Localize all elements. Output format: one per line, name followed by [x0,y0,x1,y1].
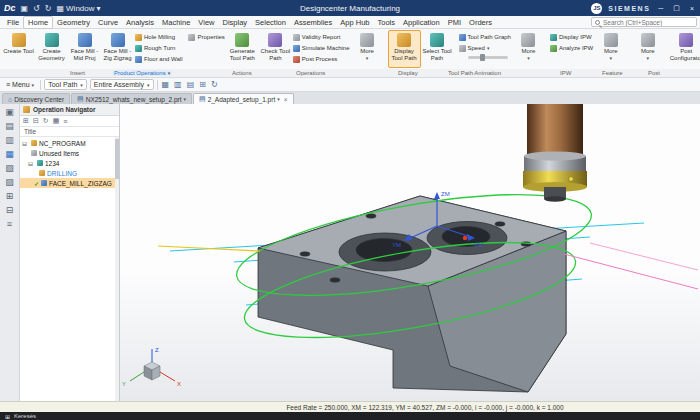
navigator-scrollbar[interactable] [115,137,119,401]
tab-whats-new-setup[interactable]: ▤ NX2512_whats_new_setup_2.prt ▾ [71,93,192,104]
maximize-button[interactable]: ▢ [671,4,682,12]
menu-view[interactable]: View [194,17,218,28]
close-tab-icon[interactable]: × [284,96,288,103]
menu-home[interactable]: Home [23,16,53,29]
simulate-machine-button[interactable]: Simulate Machine [293,43,350,53]
tool-path-graph-button[interactable]: Tool Path Graph [459,32,511,42]
history-icon[interactable]: ⊟ [6,205,14,215]
navigator-column-header[interactable]: Title [20,127,119,137]
selection-filter-icon[interactable]: ▦ [161,80,171,89]
filter-icon[interactable]: ▦ [53,117,60,125]
speed-control[interactable]: Speed ▾ [459,43,511,53]
expand-selection-icon[interactable]: ⊞ [198,80,207,89]
menu-curve[interactable]: Curve [94,17,122,28]
collapse-icon[interactable]: ⊟ [22,140,29,147]
tree-row-face-mill-zigzag[interactable]: ✓ FACE_MILL_ZIGZAG [20,178,119,188]
part-navigator-icon[interactable]: ▥ [5,135,14,145]
group-label-ipw[interactable]: IPW [560,70,571,76]
wireframe-icon[interactable]: ▤ [186,80,196,89]
select-tool-path-button[interactable]: Select Tool Path [421,30,454,68]
create-tool-button[interactable]: Create Tool [2,30,35,68]
face-mill-zigzag-button[interactable]: Face Mill -Zig Zigzag [101,30,134,68]
generate-tool-path-button[interactable]: Generate Tool Path [226,30,259,68]
refresh-icon[interactable]: ↻ [43,117,49,125]
feature-more-button[interactable]: More ▾ [631,30,664,68]
roles-icon[interactable]: ≡ [7,219,12,229]
graphics-window[interactable]: ZM XM YM [120,104,700,401]
menu-application[interactable]: Application [399,17,444,28]
tab-discovery-center[interactable]: ⌂ Discovery Center [2,93,70,104]
menu-tools[interactable]: Tools [373,17,399,28]
redo-icon[interactable]: ↻ [45,4,52,13]
taskbar-search[interactable]: Keresés [14,413,36,419]
tree-row-1234[interactable]: ⊟ 1234 [20,158,119,168]
menu-app-hub[interactable]: App Hub [336,17,373,28]
menu-file[interactable]: File [3,17,23,28]
rough-turn-button[interactable]: Rough Turn [135,43,182,53]
save-icon[interactable]: ▣ [21,4,29,13]
hole-milling-button[interactable]: Hole Milling [135,32,182,42]
menu-display[interactable]: Display [218,17,251,28]
group-label-operations[interactable]: Operations [296,70,325,76]
check-tool-path-button[interactable]: Check Tool Path [259,30,292,68]
refresh-icon[interactable]: ↻ [210,80,219,89]
3d-scene[interactable]: ZM XM YM [120,104,700,401]
group-label-feature[interactable]: Feature [602,70,623,76]
properties-button[interactable]: Properties [188,32,224,42]
group-label-insert[interactable]: Insert [70,70,85,76]
validity-report-button[interactable]: Validity Report [293,32,350,42]
constraint-navigator-icon[interactable]: ▤ [5,121,14,131]
expand-all-icon[interactable]: ⊞ [23,117,29,125]
post-configurator-button[interactable]: Post Configurator [668,30,700,68]
start-icon[interactable]: ⊞ [5,413,10,420]
collapse-all-icon[interactable]: ⊟ [33,117,39,125]
minimize-button[interactable]: ─ [656,5,665,12]
settings-icon[interactable]: ≡ [63,118,67,125]
group-label-display[interactable]: Display [398,70,418,76]
machine-tool-navigator-icon[interactable]: ▧ [5,163,14,173]
reuse-library-icon[interactable]: ▨ [5,177,14,187]
navigator-header[interactable]: Operation Navigator [20,104,119,116]
menu-assemblies[interactable]: Assemblies [290,17,336,28]
face-mill-mid-proj-button[interactable]: Face Mill -Mid Proj [68,30,101,68]
floor-and-wall-button[interactable]: Floor and Wall [135,54,182,64]
tree-row-drilling[interactable]: DRILLING [20,168,119,178]
menu-dropdown[interactable]: ≡ Menu ▾ [3,80,37,89]
menu-analysis[interactable]: Analysis [122,17,158,28]
snap-point-icon[interactable]: ▥ [173,80,183,89]
analyze-ipw-button[interactable]: Analyze IPW [550,43,593,53]
close-button[interactable]: × [688,5,696,12]
assembly-navigator-icon[interactable]: ▣ [5,107,14,117]
tree-row-unused-items[interactable]: Unused Items [20,148,119,158]
animation-more-button[interactable]: More ▾ [512,30,545,68]
post-process-button[interactable]: Post Process [293,54,350,64]
operation-navigator-icon[interactable]: ▦ [5,149,14,159]
ipw-more-button[interactable]: More ▾ [594,30,627,68]
menu-selection[interactable]: Selection [251,17,290,28]
search-input[interactable] [603,19,693,26]
menu-geometry[interactable]: Geometry [53,17,94,28]
menu-pmi[interactable]: PMI [444,17,465,28]
workpiece[interactable] [258,196,566,392]
speed-slider-thumb[interactable] [480,54,485,61]
tab-adapted-setup[interactable]: ▤ 2_Adapted_setup_1.prt ▾ × [193,93,294,104]
hd3d-tools-icon[interactable]: ⊞ [6,191,14,201]
product-operations-dropdown[interactable]: Product Operations ▾ [112,70,172,76]
menu-machine[interactable]: Machine [158,17,194,28]
command-search[interactable] [591,17,697,27]
display-tool-path-button[interactable]: Display Tool Path [388,30,421,68]
display-ipw-button[interactable]: Display IPW [550,32,593,42]
group-label-tool-path-animation[interactable]: Tool Path Animation [448,70,501,76]
view-triad[interactable]: Z X Y [122,347,181,387]
selection-scope-dropdown[interactable]: Tool Path ▾ [44,79,87,90]
window-menu[interactable]: ▦ Window ▾ [56,4,100,13]
group-label-actions[interactable]: Actions [232,70,252,76]
scrollbar-thumb[interactable] [115,139,119,179]
operations-more-button[interactable]: More ▾ [351,30,384,68]
create-geometry-button[interactable]: Create Geometry [35,30,68,68]
menu-orders[interactable]: Orders [465,17,496,28]
assembly-filter-dropdown[interactable]: Entire Assembly ▾ [90,79,154,90]
cutting-tool[interactable] [523,104,587,202]
undo-icon[interactable]: ↺ [33,4,40,13]
speed-slider[interactable] [468,56,508,59]
